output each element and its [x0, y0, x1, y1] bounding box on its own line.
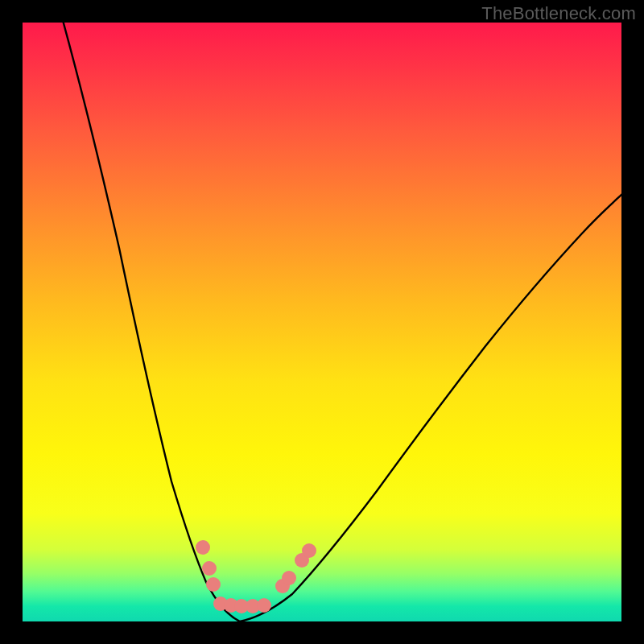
marker [282, 571, 296, 585]
marker [257, 598, 271, 613]
marker [302, 543, 316, 558]
left-curve [61, 23, 240, 621]
curve-layer [23, 23, 621, 621]
chart-frame: TheBottleneck.com [0, 0, 644, 644]
marker-group [196, 540, 316, 613]
marker [202, 561, 217, 576]
marker [196, 540, 210, 555]
plot-area [23, 23, 621, 621]
marker [206, 577, 221, 592]
watermark-text: TheBottleneck.com [481, 3, 636, 24]
